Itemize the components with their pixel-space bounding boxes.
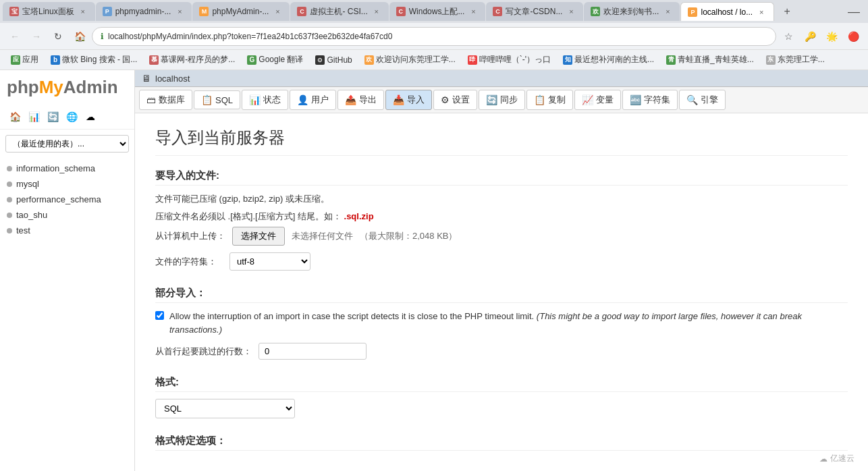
format-select[interactable]: SQL CSV CSV using LOAD DATA JSON Mediawi… — [155, 399, 295, 418]
db-item-mysql[interactable]: mysql — [0, 176, 134, 192]
toolbar-tab-database[interactable]: 🗃 数据库 — [139, 90, 192, 110]
home-button[interactable]: 🏠 — [70, 27, 89, 46]
tab-close-2[interactable]: × — [174, 6, 185, 17]
bookmark-dgut[interactable]: 欢 欢迎访问东莞理工学... — [359, 53, 461, 67]
charset-tab-icon: 🔤 — [630, 94, 641, 105]
user-tab-icon: 👤 — [297, 94, 308, 105]
db-dot-5 — [7, 228, 12, 233]
partial-section-title: 部分导入： — [155, 287, 848, 303]
address-bar[interactable]: ℹ localhost/phpMyAdmin/index.php?token=7… — [92, 27, 776, 46]
tab-phpmyadmin2[interactable]: M phpMyAdmin-... × — [192, 2, 290, 21]
forward-button[interactable]: → — [27, 27, 46, 46]
bookmark-dgut2[interactable]: 东 东莞理工学... — [761, 53, 830, 67]
database-icon[interactable]: 📊 — [26, 109, 42, 125]
db-item-test[interactable]: test — [0, 223, 134, 238]
content-area: 导入到当前服务器 要导入的文件: 文件可能已压缩 (gzip, bzip2, z… — [135, 113, 868, 471]
tab-windows[interactable]: C Windows上配... × — [389, 2, 486, 21]
db-item-tao-shu[interactable]: tao_shu — [0, 207, 134, 223]
bookmark-label-apps: 应用 — [22, 54, 38, 65]
bookmark-frog[interactable]: 青 青蛙直播_青蛙英雄... — [661, 53, 759, 67]
nav-actions: ☆ 🔑 🌟 🔴 — [779, 27, 863, 46]
server-icon: 🖥 — [142, 73, 151, 84]
bookmark-mooc[interactable]: 慕 慕课网-程序员的梦... — [144, 53, 240, 67]
tab-close-4[interactable]: × — [371, 6, 382, 17]
tab-favicon-1: 宝 — [9, 7, 19, 16]
tab-taoshu[interactable]: 欢 欢迎来到淘书... × — [584, 2, 680, 21]
db-select[interactable]: （最近使用的表）... — [5, 135, 129, 153]
bookmark-zhihu[interactable]: 知 最近想补河南的主线... — [558, 53, 659, 67]
toolbar-tab-sql[interactable]: 📋 SQL — [194, 90, 240, 109]
bookmark-bilibili[interactable]: 哔 哔哩哔哩（`-'）っ口 — [462, 53, 556, 67]
tab-virtual-host[interactable]: C 虚拟主机- CSI... × — [290, 2, 388, 21]
db-selector: （最近使用的表）... — [5, 135, 129, 153]
bookmark-translate[interactable]: G Google 翻译 — [242, 53, 308, 67]
toolbar-tab-import[interactable]: 📥 导入 — [385, 90, 432, 110]
tab-label-3: phpMyAdmin-... — [212, 7, 269, 16]
toolbar: 🗃 数据库 📋 SQL 📊 状态 👤 用户 📤 导出 📥 导入 — [135, 87, 868, 113]
tab-favicon-3: M — [199, 7, 209, 16]
logo-php: php — [7, 77, 39, 97]
toolbar-tab-settings[interactable]: ⚙ 设置 — [433, 90, 477, 110]
bookmark-label-bing: 微软 Bing 搜索 - 国... — [62, 54, 137, 65]
new-tab-button[interactable]: + — [778, 2, 796, 21]
globe-icon[interactable]: 🌐 — [63, 109, 80, 125]
extension2-button[interactable]: 🌟 — [822, 27, 841, 46]
refresh-icon[interactable]: 🔄 — [45, 109, 61, 125]
minimize-button[interactable]: — — [848, 5, 865, 19]
server-label: localhost — [155, 74, 190, 84]
bookmark-github[interactable]: ⊙ GitHub — [310, 54, 357, 66]
toolbar-tab-engine[interactable]: 🔍 引擎 — [679, 90, 726, 110]
db-dot-3 — [7, 197, 12, 202]
toolbar-tab-user[interactable]: 👤 用户 — [290, 90, 336, 110]
charset-select[interactable]: utf-8 — [229, 252, 310, 271]
back-button[interactable]: ← — [5, 27, 24, 46]
tab-close-5[interactable]: × — [468, 6, 479, 17]
extension3-button[interactable]: 🔴 — [844, 27, 863, 46]
toolbar-tab-export[interactable]: 📤 导出 — [337, 90, 384, 110]
tab-favicon-7: 欢 — [591, 7, 600, 16]
tab-close-8[interactable]: × — [756, 7, 767, 18]
skip-input[interactable] — [259, 343, 367, 360]
refresh-button[interactable]: ↻ — [49, 27, 67, 46]
bookmarks-bar: 应 应用 b 微软 Bing 搜索 - 国... 慕 慕课网-程序员的梦... … — [0, 50, 868, 70]
tab-close-7[interactable]: × — [662, 6, 673, 17]
tab-write-article[interactable]: C 写文章-CSDN... × — [486, 2, 583, 21]
toolbar-tab-copy[interactable]: 📋 复制 — [526, 90, 573, 110]
tab-close-3[interactable]: × — [272, 6, 283, 17]
browser-chrome: 宝 宝塔Linux面板 × P phpmyadmin-... × M phpMy… — [0, 0, 868, 70]
bookmark-bing[interactable]: b 微软 Bing 搜索 - 国... — [45, 53, 142, 67]
extension1-button[interactable]: 🔑 — [801, 27, 819, 46]
tab-phpmyadmin1[interactable]: P phpmyadmin-... × — [96, 2, 192, 21]
toolbar-tab-status[interactable]: 📊 状态 — [242, 90, 288, 110]
choose-file-button[interactable]: 选择文件 — [232, 227, 285, 246]
logo-admin: Admin — [63, 77, 118, 97]
toolbar-tab-variables[interactable]: 📈 变量 — [574, 90, 621, 110]
tab-favicon-5: C — [396, 7, 406, 16]
toolbar-tab-sync[interactable]: 🔄 同步 — [479, 90, 525, 110]
bookmark-favicon-translate: G — [247, 55, 256, 65]
cloud-icon[interactable]: ☁ — [82, 109, 99, 125]
import-tab-label: 导入 — [407, 94, 425, 106]
db-item-performance-schema[interactable]: performance_schema — [0, 192, 134, 207]
tab-localhost[interactable]: P localhost / lo... × — [680, 2, 774, 21]
bookmark-apps[interactable]: 应 应用 — [5, 53, 44, 67]
tab-close-1[interactable]: × — [78, 6, 88, 17]
tab-close-6[interactable]: × — [566, 6, 576, 17]
home-icon[interactable]: 🏠 — [7, 109, 23, 125]
db-name-information-schema: information_schema — [16, 163, 95, 173]
bookmark-favicon-github: ⊙ — [315, 55, 325, 65]
watermark-text: 亿速云 — [830, 453, 855, 464]
toolbar-tab-charset[interactable]: 🔤 字符集 — [622, 90, 678, 110]
partial-section: 部分导入： Allow the interruption of an impor… — [155, 287, 848, 360]
sidebar-icons: 🏠 📊 🔄 🌐 ☁ — [0, 105, 134, 130]
export-tab-label: 导出 — [359, 94, 377, 106]
bookmark-star-button[interactable]: ☆ — [779, 27, 798, 46]
bookmark-label-bilibili: 哔哩哔哩（`-'）っ口 — [479, 54, 551, 65]
db-item-information-schema[interactable]: information_schema — [0, 161, 134, 176]
sync-tab-icon: 🔄 — [486, 94, 497, 105]
format-section-title: 格式: — [155, 376, 848, 392]
bookmark-label-zhihu: 最近想补河南的主线... — [574, 54, 654, 65]
engine-tab-icon: 🔍 — [686, 94, 698, 105]
interrupt-checkbox[interactable] — [155, 311, 164, 320]
tab-宝塔linux[interactable]: 宝 宝塔Linux面板 × — [3, 2, 95, 21]
